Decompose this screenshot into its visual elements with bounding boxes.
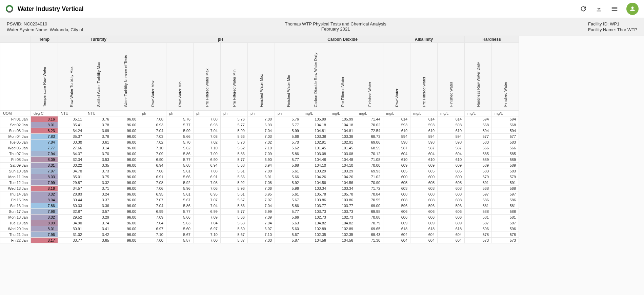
data-cell: 3.76	[85, 116, 112, 122]
data-cell: 102.73	[302, 215, 329, 220]
data-cell: 6.95	[194, 191, 221, 197]
data-cell: 5.60	[166, 226, 194, 232]
data-cell: 96.00	[112, 134, 139, 140]
data-cell: 5.67	[275, 232, 302, 238]
data-cell: 7.08	[139, 168, 166, 174]
data-cell: 7.86	[31, 203, 58, 209]
refresh-icon[interactable]	[580, 5, 587, 13]
data-cell: 3.37	[85, 197, 112, 203]
data-cell: 96.00	[112, 226, 139, 232]
data-cell: 618	[383, 226, 410, 232]
data-cell: 573	[492, 238, 519, 243]
data-cell: 104.26	[302, 174, 329, 180]
data-cell: 606	[383, 215, 410, 220]
data-cell: 32.34	[58, 157, 85, 163]
data-cell: 7.10	[248, 145, 275, 151]
data-cell: 7.09	[248, 151, 275, 157]
data-cell: 578	[492, 232, 519, 238]
topbar: Water Industry Vertical	[0, 0, 644, 18]
data-cell: 609	[438, 220, 465, 226]
data-cell: 70.84	[356, 191, 383, 197]
uom-row: UOMdeg CNTUNTUphphphphphphmg/Lmg/Lmg/Lmg…	[0, 111, 519, 116]
data-cell: 605	[410, 168, 438, 174]
date-cell: Thu 14 Jan	[0, 191, 31, 197]
data-cell: 587	[438, 145, 465, 151]
download-icon[interactable]	[595, 5, 603, 13]
group-header: pH	[139, 36, 302, 43]
data-cell: 102.73	[329, 215, 356, 220]
data-cell: 103.73	[302, 209, 329, 215]
data-cell: 8.01	[31, 163, 58, 168]
data-cell: 70.90	[356, 180, 383, 186]
data-cell: 7.10	[139, 145, 166, 151]
data-cell: 7.09	[139, 215, 166, 220]
data-cell: 7.06	[248, 186, 275, 191]
table-scroll[interactable]: TempTurbititypHCarbon DioxideAlkalinityH…	[0, 36, 644, 290]
data-cell: 7.99	[31, 180, 58, 186]
data-cell: 5.66	[275, 174, 302, 180]
data-cell: 69.00	[356, 203, 383, 209]
data-cell: 5.96	[221, 186, 248, 191]
data-cell: 594	[492, 116, 519, 122]
data-cell: 6.91	[139, 174, 166, 180]
data-cell: 609	[438, 163, 465, 168]
data-cell: 7.04	[139, 203, 166, 209]
data-cell: 7.02	[248, 140, 275, 145]
data-cell: 7.10	[139, 232, 166, 238]
data-cell: 3.61	[85, 140, 112, 145]
data-cell: 5.68	[221, 163, 248, 168]
data-cell: 6.93	[248, 122, 275, 128]
uom-cell: mg/L	[383, 111, 410, 116]
data-cell: 30.44	[58, 197, 85, 203]
uom-cell: ph	[194, 111, 221, 116]
data-cell: 3.78	[85, 134, 112, 140]
data-cell: 96.00	[112, 128, 139, 134]
data-cell: 3.42	[85, 232, 112, 238]
uom-cell: mg/L	[329, 111, 356, 116]
table-row: Wed 13 Jan8.1634.573.7196.007.065.967.06…	[0, 186, 519, 191]
pswid-value: NC0234010	[24, 21, 47, 26]
data-cell: 35.37	[58, 134, 85, 140]
data-cell: 5.61	[275, 191, 302, 197]
data-cell: 96.00	[112, 197, 139, 203]
topbar-right	[580, 3, 639, 15]
table-row: Tue 05 Jan7.8433.303.6196.007.025.707.02…	[0, 140, 519, 145]
menu-icon[interactable]	[611, 5, 618, 13]
data-cell: 3.78	[85, 122, 112, 128]
uom-cell: mg/L	[410, 111, 438, 116]
data-cell: 31.02	[58, 232, 85, 238]
data-cell: 3.53	[85, 157, 112, 163]
data-cell: 5.62	[166, 145, 194, 151]
data-cell: 7.06	[139, 186, 166, 191]
data-cell: 579	[492, 174, 519, 180]
data-cell: 69.06	[356, 140, 383, 145]
sub-header: Water Turbitity Number of Tests	[112, 43, 139, 111]
data-cell: 5.66	[221, 134, 248, 140]
data-cell: 96.00	[112, 174, 139, 180]
data-cell: 104.48	[302, 157, 329, 163]
data-cell: 3.29	[85, 215, 112, 220]
table-row: Mon 18 Jan8.0229.523.2996.007.095.667.09…	[0, 215, 519, 220]
uom-cell: mg/L	[356, 111, 383, 116]
data-cell: 7.06	[194, 186, 221, 191]
data-cell: 7.08	[248, 180, 275, 186]
data-cell: 5.60	[275, 226, 302, 232]
date-cell: Wed 06 Jan	[0, 145, 31, 151]
data-cell: 5.66	[166, 134, 194, 140]
data-cell: 5.67	[221, 197, 248, 203]
data-cell: 606	[438, 209, 465, 215]
data-cell: 606	[410, 209, 438, 215]
data-cell: 7.00	[139, 238, 166, 243]
data-cell: 5.76	[166, 116, 194, 122]
group-header: Hardness	[465, 36, 519, 43]
topbar-left: Water Industry Vertical	[5, 5, 83, 13]
avatar[interactable]	[626, 3, 639, 15]
data-cell: 96.00	[112, 163, 139, 168]
uom-cell: mg/L	[302, 111, 329, 116]
data-cell: 104.82	[329, 220, 356, 226]
data-cell: 102.91	[329, 140, 356, 145]
data-cell: 96.00	[112, 220, 139, 226]
data-cell: 6.94	[248, 163, 275, 168]
data-cell: 7.09	[139, 151, 166, 157]
data-cell: 5.61	[221, 168, 248, 174]
